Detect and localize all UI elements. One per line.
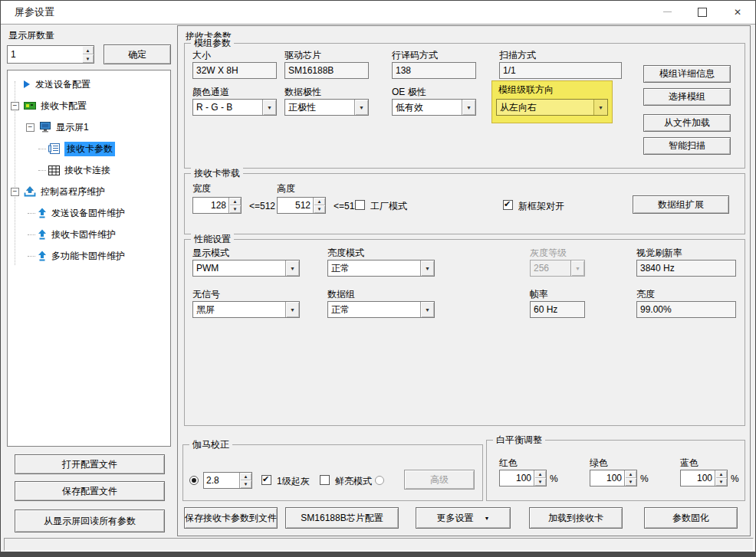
- gamma-legend: 伽马校正: [189, 439, 232, 450]
- performance-legend: 性能设置: [191, 234, 234, 244]
- spin-down-icon[interactable]: ▼: [82, 54, 94, 63]
- dropdown-arrow-icon[interactable]: ▼: [354, 100, 368, 115]
- performance-group: 性能设置 显示模式 PWM ▼ 亮度模式 正常 ▼ 灰度等级 256 ▼ 视觉刷…: [184, 239, 745, 426]
- dropdown-arrow-icon[interactable]: ▼: [285, 260, 299, 276]
- dropdown-arrow-icon[interactable]: ▼: [593, 100, 607, 115]
- new-frame-label: 新框架对开: [518, 201, 564, 211]
- dropdown-arrow-icon[interactable]: ▼: [462, 100, 475, 115]
- load-from-file-button[interactable]: 从文件加载: [643, 114, 731, 132]
- no-signal-value: 黑屏: [193, 303, 285, 316]
- spin-down-icon[interactable]: ▼: [715, 478, 727, 486]
- tree-item-controller-maintenance[interactable]: − 控制器程序维护: [8, 181, 170, 202]
- select-module-button[interactable]: 选择模组: [643, 88, 731, 106]
- module-detail-button[interactable]: 模组详细信息: [643, 65, 731, 83]
- gray1-checkbox[interactable]: [261, 475, 271, 485]
- tree-connector: [28, 256, 35, 257]
- gray-level-label: 灰度等级: [530, 247, 567, 258]
- spin-down-icon[interactable]: ▼: [534, 478, 546, 486]
- cascade-direction-combo[interactable]: 从左向右 ▼: [496, 99, 608, 116]
- gamma-value-stepper[interactable]: 2.8 ▲▼: [203, 472, 252, 489]
- display-count-input[interactable]: [7, 45, 94, 64]
- tree-item-receiver-card-firmware[interactable]: 接收卡固件维护: [8, 224, 170, 245]
- gray-level-value: 256: [531, 263, 570, 274]
- load-to-receiver-button[interactable]: 加载到接收卡: [529, 507, 623, 529]
- spin-up-icon[interactable]: ▲: [534, 470, 546, 478]
- oe-polarity-combo[interactable]: 低有效 ▼: [392, 99, 476, 116]
- spin-up-icon[interactable]: ▲: [240, 473, 251, 480]
- green-stepper[interactable]: 100 ▲▼: [590, 470, 637, 487]
- spin-up-icon[interactable]: ▲: [625, 470, 636, 478]
- refresh-rate-field: 3840 Hz: [636, 260, 736, 277]
- minimize-button[interactable]: [649, 1, 685, 23]
- more-settings-button[interactable]: 更多设置 ▼: [416, 507, 511, 529]
- collapse-icon[interactable]: −: [11, 188, 19, 196]
- close-button[interactable]: ✕: [720, 1, 755, 23]
- row-decode-label: 行译码方式: [392, 50, 438, 61]
- dropdown-arrow-icon[interactable]: ▼: [420, 260, 434, 276]
- blue-stepper[interactable]: 100 ▲▼: [680, 470, 728, 487]
- red-stepper[interactable]: 100 ▲▼: [499, 470, 547, 487]
- advanced-radio[interactable]: [375, 476, 384, 485]
- collapse-icon[interactable]: −: [11, 102, 19, 110]
- grid-icon: [48, 165, 60, 175]
- new-frame-checkbox[interactable]: [503, 200, 513, 210]
- spin-up-icon[interactable]: ▲: [715, 470, 727, 478]
- module-params-legend: 模组参数: [191, 38, 234, 48]
- window-bottom-edge: [1, 552, 755, 556]
- size-label: 大小: [192, 50, 211, 61]
- oe-polarity-value: 低有效: [393, 101, 462, 114]
- factory-mode-checkbox[interactable]: [355, 200, 365, 210]
- brightness-mode-label: 亮度模式: [327, 247, 364, 258]
- window-title: 屏参设置: [15, 1, 54, 24]
- spin-up-icon[interactable]: ▲: [229, 198, 241, 205]
- spin-down-icon[interactable]: ▼: [240, 480, 251, 488]
- brightness-field: 99.00%: [636, 301, 736, 318]
- tree-item-receiver-card-config[interactable]: − 接收卡配置: [8, 95, 170, 116]
- tree-item-multifunction-card-firmware[interactable]: 多功能卡固件维护: [8, 245, 170, 267]
- vivid-mode-checkbox[interactable]: [320, 475, 330, 485]
- brightness-mode-combo[interactable]: 正常 ▼: [327, 260, 435, 277]
- spin-up-icon[interactable]: ▲: [82, 46, 94, 54]
- tree-connector: [38, 149, 46, 149]
- tree-item-receiver-card-connection[interactable]: 接收卡连接: [8, 159, 170, 181]
- spin-down-icon[interactable]: ▼: [229, 205, 241, 213]
- blue-label: 蓝色: [680, 457, 698, 468]
- card-load-group: 接收卡带载 宽度 128 ▲▼ <=512 高度 512 ▲▼ <=512 工厂…: [184, 173, 745, 234]
- driver-chip-field: SM16188B: [284, 62, 369, 79]
- ok-button[interactable]: 确定: [104, 44, 171, 64]
- save-params-to-file-button[interactable]: 保存接收卡参数到文件: [184, 507, 278, 529]
- readback-params-button[interactable]: 从显示屏回读所有参数: [15, 509, 165, 532]
- data-group-expand-button[interactable]: 数据组扩展: [633, 195, 729, 214]
- spin-down-icon[interactable]: ▼: [314, 205, 325, 213]
- smart-scan-button[interactable]: 智能扫描: [643, 137, 731, 155]
- tree-item-receiver-card-params[interactable]: 接收卡参数: [8, 138, 170, 159]
- no-signal-combo[interactable]: 黑屏 ▼: [192, 301, 300, 318]
- chip-config-button[interactable]: SM16188B芯片配置: [285, 507, 399, 529]
- width-stepper[interactable]: 128 ▲▼: [192, 197, 242, 214]
- data-group-combo[interactable]: 正常 ▼: [327, 301, 435, 318]
- factory-mode-label: 工厂模式: [370, 201, 407, 211]
- open-config-file-button[interactable]: 打开配置文件: [15, 454, 165, 474]
- tree-connector: [28, 234, 35, 235]
- dropdown-arrow-icon[interactable]: ▼: [285, 302, 299, 317]
- advanced-button: 高级: [404, 470, 475, 490]
- upload-box-icon: [24, 186, 36, 197]
- data-polarity-combo[interactable]: 正极性 ▼: [284, 99, 369, 116]
- dropdown-arrow-icon[interactable]: ▼: [420, 302, 434, 317]
- dropdown-arrow-icon[interactable]: ▼: [262, 100, 276, 115]
- save-config-file-button[interactable]: 保存配置文件: [15, 481, 165, 501]
- solidify-params-button[interactable]: 参数固化: [644, 507, 738, 529]
- row-decode-field: 138: [392, 62, 476, 79]
- color-channel-combo[interactable]: R - G - B ▼: [192, 99, 277, 116]
- height-stepper[interactable]: 512 ▲▼: [277, 197, 326, 214]
- tree-item-send-device-config[interactable]: 发送设备配置: [8, 74, 170, 95]
- collapse-icon[interactable]: −: [26, 123, 35, 132]
- spin-up-icon[interactable]: ▲: [314, 198, 325, 205]
- maximize-button[interactable]: [685, 1, 720, 23]
- gamma-value-radio[interactable]: [189, 476, 199, 485]
- tree-item-display-screen-1[interactable]: − 显示屏1: [8, 116, 170, 138]
- spin-down-icon[interactable]: ▼: [625, 478, 636, 486]
- driver-chip-label: 驱动芯片: [284, 50, 321, 61]
- tree-item-send-device-firmware[interactable]: 发送设备固件维护: [8, 202, 170, 224]
- display-mode-combo[interactable]: PWM ▼: [192, 260, 300, 277]
